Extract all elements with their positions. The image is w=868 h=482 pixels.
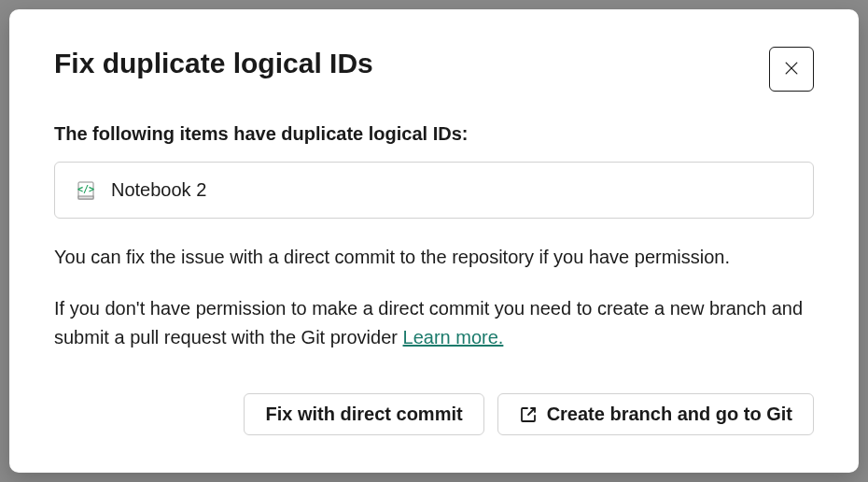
list-item: </> Notebook 2 <box>54 162 814 219</box>
learn-more-link[interactable]: Learn more. <box>403 327 504 347</box>
item-label: Notebook 2 <box>111 179 206 201</box>
description-paragraph-2: If you don't have permission to make a d… <box>54 294 814 352</box>
close-button[interactable] <box>769 47 814 92</box>
open-external-icon <box>519 405 538 424</box>
svg-rect-3 <box>78 196 93 199</box>
fix-direct-commit-button[interactable]: Fix with direct commit <box>244 393 483 435</box>
notebook-icon: </> <box>76 180 96 201</box>
dialog-header: Fix duplicate logical IDs <box>54 47 814 92</box>
create-branch-button[interactable]: Create branch and go to Git <box>497 393 814 435</box>
duplicate-items-list: </> Notebook 2 <box>54 162 814 219</box>
dialog-subtitle: The following items have duplicate logic… <box>54 123 814 145</box>
description-paragraph-1: You can fix the issue with a direct comm… <box>54 243 814 272</box>
dialog-title: Fix duplicate logical IDs <box>54 47 373 80</box>
close-icon <box>782 59 801 80</box>
dialog-footer: Fix with direct commit Create branch and… <box>54 393 814 435</box>
dialog-description: You can fix the issue with a direct comm… <box>54 243 814 352</box>
fix-duplicate-ids-dialog: Fix duplicate logical IDs The following … <box>9 9 859 473</box>
svg-text:</>: </> <box>77 184 94 194</box>
svg-line-5 <box>528 408 535 415</box>
